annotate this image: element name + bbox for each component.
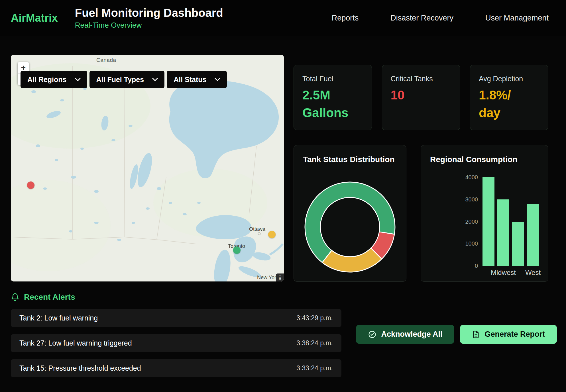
page-subtitle: Real-Time Overview xyxy=(75,21,223,30)
alerts-header: Recent Alerts xyxy=(11,293,557,302)
filter-fuel-types-label: All Fuel Types xyxy=(96,75,144,84)
main-content: + − All Regions All Fuel Types All Statu… xyxy=(0,36,566,282)
x-tick-label: Midwest xyxy=(491,269,516,277)
charts-row: Tank Status Distribution Regional Consum… xyxy=(294,145,548,282)
y-tick-label: 0 xyxy=(475,262,478,269)
stat-label: Avg Depletion xyxy=(479,75,539,83)
filter-regions-label: All Regions xyxy=(27,75,67,84)
donut-chart-wrap xyxy=(303,180,397,274)
chart-card-regional-consumption: Regional Consumption 40003000200010000 M… xyxy=(421,145,548,282)
alert-time: 3:43:29 p.m. xyxy=(296,314,333,322)
generate-report-button[interactable]: Generate Report xyxy=(460,325,557,344)
top-nav: Reports Disaster Recovery User Managemen… xyxy=(332,14,549,23)
chart-card-tank-status: Tank Status Distribution xyxy=(294,145,406,282)
stat-value-line: Gallons xyxy=(302,104,363,122)
y-tick-label: 2000 xyxy=(465,218,478,225)
document-icon xyxy=(472,330,480,338)
header: AirMatrix Fuel Monitoring Dashboard Real… xyxy=(0,0,566,36)
page-title: Fuel Monitoring Dashboard xyxy=(75,7,223,19)
alert-row[interactable]: Tank 2: Low fuel warning 3:43:29 p.m. xyxy=(11,309,341,327)
bar-2 xyxy=(512,177,524,266)
filter-regions-dropdown[interactable]: All Regions xyxy=(21,71,87,88)
chevron-down-icon xyxy=(152,77,158,81)
bar-chart[interactable]: 40003000200010000 MidwestWest xyxy=(430,177,539,266)
filter-status-dropdown[interactable]: All Status xyxy=(167,71,227,88)
chart-title: Regional Consumption xyxy=(430,155,539,164)
title-block: Fuel Monitoring Dashboard Real-Time Over… xyxy=(75,7,223,30)
bell-icon xyxy=(11,293,19,301)
nav-item-user-management[interactable]: User Management xyxy=(485,14,549,23)
map-filters: All Regions All Fuel Types All Status xyxy=(21,71,227,88)
tank-marker-normal[interactable] xyxy=(233,246,241,254)
donut-chart[interactable] xyxy=(303,180,397,274)
tank-marker-critical[interactable] xyxy=(27,181,34,189)
chart-title: Tank Status Distribution xyxy=(303,155,397,164)
stat-value-line: day xyxy=(479,104,539,122)
donut-segment-warning xyxy=(322,248,382,272)
stat-value-line: 2.5M xyxy=(302,86,363,104)
alerts-title: Recent Alerts xyxy=(24,293,75,302)
bar-0 xyxy=(482,177,494,266)
bar-rect xyxy=(497,199,509,266)
alert-actions: Acknowledge All Generate Report xyxy=(356,325,557,377)
stat-card-total-fuel: Total Fuel 2.5M Gallons xyxy=(294,65,372,130)
resize-handle-icon[interactable]: ⣿ xyxy=(276,273,284,281)
filter-fuel-types-dropdown[interactable]: All Fuel Types xyxy=(89,71,165,88)
y-tick-label: 3000 xyxy=(465,196,478,203)
bar-rect xyxy=(482,177,494,266)
nav-item-reports[interactable]: Reports xyxy=(332,14,359,23)
acknowledge-all-label: Acknowledge All xyxy=(381,330,442,339)
check-circle-icon xyxy=(368,330,376,339)
map-panel[interactable]: + − All Regions All Fuel Types All Statu… xyxy=(11,55,284,281)
y-tick-label: 1000 xyxy=(465,240,478,247)
generate-report-label: Generate Report xyxy=(484,330,545,339)
y-tick-label: 4000 xyxy=(465,174,478,181)
alerts-body: Tank 2: Low fuel warning 3:43:29 p.m. Ta… xyxy=(11,309,557,377)
chevron-down-icon xyxy=(214,77,221,81)
stat-value-line: 10 xyxy=(391,86,451,104)
x-tick-label: West xyxy=(525,269,541,277)
bar-chart-plot-area: MidwestWest xyxy=(482,177,539,266)
alerts-list: Tank 2: Low fuel warning 3:43:29 p.m. Ta… xyxy=(11,309,341,377)
alert-row[interactable]: Tank 15: Pressure threshold exceeded 3:3… xyxy=(11,359,341,377)
alert-row[interactable]: Tank 27: Low fuel warning triggered 3:38… xyxy=(11,334,341,352)
filter-status-label: All Status xyxy=(174,75,206,84)
bar-3: West xyxy=(527,177,539,266)
alert-message: Tank 15: Pressure threshold exceeded xyxy=(19,364,141,372)
stats-row: Total Fuel 2.5M Gallons Critical Tanks 1… xyxy=(294,65,548,130)
alert-time: 3:33:24 p.m. xyxy=(296,364,333,372)
bar-1: Midwest xyxy=(497,177,509,266)
stat-label: Total Fuel xyxy=(302,75,363,83)
bar-chart-y-axis: 40003000200010000 xyxy=(447,177,478,266)
alerts-section: Recent Alerts Tank 2: Low fuel warning 3… xyxy=(0,282,566,377)
bar-rect xyxy=(527,204,539,266)
stat-card-avg-depletion: Avg Depletion 1.8%/ day xyxy=(470,65,548,130)
chevron-down-icon xyxy=(75,77,81,81)
stat-value-line: 1.8%/ xyxy=(479,86,539,104)
stat-value: 1.8%/ day xyxy=(479,86,539,122)
bar-rect xyxy=(512,222,524,266)
alert-time: 3:38:24 p.m. xyxy=(296,339,333,347)
stat-value: 2.5M Gallons xyxy=(302,86,363,122)
stat-card-critical-tanks: Critical Tanks 10 xyxy=(382,65,460,130)
alert-message: Tank 2: Low fuel warning xyxy=(19,314,98,322)
stat-label: Critical Tanks xyxy=(391,75,451,83)
acknowledge-all-button[interactable]: Acknowledge All xyxy=(356,325,454,344)
tank-marker-warning[interactable] xyxy=(268,231,276,238)
nav-item-disaster-recovery[interactable]: Disaster Recovery xyxy=(390,14,453,23)
stat-value: 10 xyxy=(391,86,451,104)
map-markers-layer xyxy=(11,55,284,281)
right-column: Total Fuel 2.5M Gallons Critical Tanks 1… xyxy=(294,55,548,282)
app-logo: AirMatrix xyxy=(11,12,58,24)
alert-message: Tank 27: Low fuel warning triggered xyxy=(19,339,132,347)
